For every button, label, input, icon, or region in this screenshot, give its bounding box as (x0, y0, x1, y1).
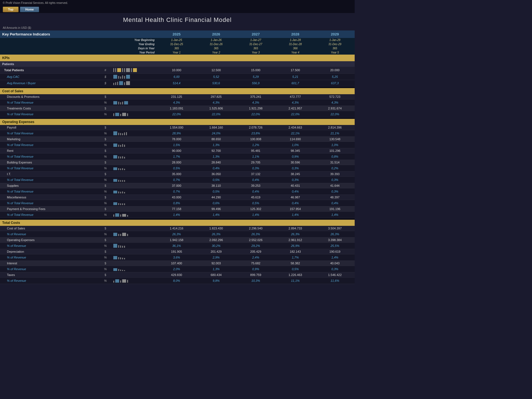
days-label: Days in Year (0, 46, 157, 50)
pfpct-2028: 1,4% (275, 212, 315, 218)
tp-2028: 17.500 (275, 67, 315, 74)
misc-row: Miscellaneous $ 43.000 44.290 45.619 46.… (0, 195, 355, 200)
treat-spark (110, 106, 157, 111)
tp-2027: 15.000 (236, 67, 275, 74)
days-2029: 365 (315, 46, 355, 50)
deppct-2027: 2,4% (236, 254, 275, 260)
ppct-2028: 22,1% (275, 130, 315, 137)
mkt-pct-unit: % (101, 142, 110, 148)
pay-pct-label: % of Total Revenue (0, 130, 101, 137)
treat-2027: 1.921.298 (236, 106, 275, 111)
spct-2026: 0,5% (196, 188, 236, 195)
yb-2028: 1-Jan-28 (275, 38, 315, 42)
year-2028: 2028 (275, 30, 315, 38)
pay-pct-unit: % (101, 130, 110, 137)
dep-unit: $ (101, 249, 110, 254)
period-2029: Year 5 (315, 50, 355, 55)
dep-label: Depreciation (0, 249, 101, 254)
it-pct-label: % of Total Revenue (0, 177, 101, 183)
pf-2026: 99.496 (196, 206, 236, 212)
treat-label: Treatments Costs (0, 106, 101, 111)
sup-pct-spark (110, 188, 157, 195)
mkt-label: Marketing (0, 137, 101, 142)
it-row: I.T. $ 35.000 36.050 37.132 38.245 39.39… (0, 172, 355, 177)
rent-2027: 95.481 (236, 148, 275, 154)
tax-unit: $ (101, 272, 110, 277)
supplies-pct-row: % of Total Revenue % 0,7% 0,5% 0,4% 0,4%… (0, 188, 355, 195)
disc-2027: 375.241 (236, 94, 275, 99)
sup-pct-unit: % (101, 188, 110, 195)
pay-pct-spark (110, 130, 157, 137)
oe-total-row: Operating Expenses $ 1.942.158 2.092.296… (0, 237, 355, 242)
int-2028: 58.382 (275, 260, 315, 266)
year-ending-row: Year Ending 31-Dec-25 31-Dec-26 31-Dec-2… (0, 42, 355, 46)
taxpct-2026: 9,8% (196, 277, 236, 284)
rpct-2028: 0,9% (275, 154, 315, 160)
discounts-spark (110, 94, 157, 99)
days-row: Days in Year 365 365 365 366 365 (0, 46, 355, 50)
oe-total-unit: $ (101, 237, 110, 242)
cospct-2029: 26,3% (315, 231, 355, 237)
payroll-unit: $ (101, 125, 110, 130)
arb-2029: 637,3 (315, 80, 355, 86)
rent-pct-unit: % (101, 154, 110, 160)
marketing-row: Marketing $ 78.000 88.650 100.808 114.69… (0, 137, 355, 142)
tax-pct-unit: % (101, 277, 110, 284)
cost-of-sales-total-label: Cost of Sales (0, 226, 101, 231)
sup-2025: 37.000 (157, 183, 196, 188)
year-2025: 2025 (157, 30, 196, 38)
spct-2025: 0,7% (157, 188, 196, 195)
bldg-2026: 28.840 (196, 160, 236, 165)
interest-row: Interest $ 107.400 92.003 75.682 58.382 … (0, 260, 355, 266)
treatments-pct-row: % of Total Revenue % 22,0% 22,0% 22,0% 2… (0, 111, 355, 117)
misc-spark (110, 195, 157, 200)
bldg-unit: $ (101, 160, 110, 165)
rent-2029: 101.296 (315, 148, 355, 154)
rpct-2025: 1,7% (157, 154, 196, 160)
int-pct-unit: % (101, 266, 110, 272)
rent-pct-spark (110, 154, 157, 160)
sup-2027: 39.253 (236, 183, 275, 188)
year-beginning-label: Year Beginning (0, 38, 157, 42)
building-pct-row: % of Total Revenue % 0,5% 0,4% 0,3% 0,3%… (0, 165, 355, 172)
dep-2029: 190.619 (315, 249, 355, 254)
miscpct-2027: 0,5% (236, 200, 275, 206)
rent-2028: 98.345 (275, 148, 315, 154)
cospct-2025: 26,3% (157, 231, 196, 237)
ye-2028: 31-Dec-28 (275, 42, 315, 46)
cos-total-spark (110, 226, 157, 231)
total-costs-label: Total Costs (0, 220, 355, 226)
tp-2025: 10.000 (157, 67, 196, 74)
home-button[interactable]: Home (20, 7, 39, 12)
cac-2029: 5,25 (315, 74, 355, 80)
pf-2029: 191.196 (315, 206, 355, 212)
ipct-2026: 0,5% (196, 177, 236, 183)
bldg-2029: 31.514 (315, 160, 355, 165)
pf-pct-unit: % (101, 212, 110, 218)
it-2027: 37.132 (236, 172, 275, 177)
arb-2028: 601,7 (275, 80, 315, 86)
payroll-label: Payroll (0, 125, 101, 130)
tax-2025: 429.830 (157, 272, 196, 277)
cospct-2027: 26,3% (236, 231, 275, 237)
avg-rev-unit: $ (101, 80, 110, 86)
currency-note: All Amounts in USD ($) (0, 26, 355, 30)
period-2028: Year 4 (275, 50, 315, 55)
it-2025: 35.000 (157, 172, 196, 177)
misc-2027: 45.619 (236, 195, 275, 200)
pay-fees-unit: $ (101, 206, 110, 212)
mkt-2026: 88.650 (196, 137, 236, 142)
ipct-2029: 0,3% (315, 177, 355, 183)
top-button[interactable]: Top (3, 7, 19, 12)
pay-2025: 1.554.000 (157, 125, 196, 130)
yb-2026: 1-Jan-26 (196, 38, 236, 42)
misc-2026: 44.290 (196, 195, 236, 200)
bldg-pct-label: % of Total Revenue (0, 165, 101, 172)
int-2027: 75.682 (236, 260, 275, 266)
rent-2025: 90.000 (157, 148, 196, 154)
pay-2027: 2.078.726 (236, 125, 275, 130)
copyright-text: © Profit Vision Financial Services. All … (3, 1, 68, 4)
days-2027: 365 (236, 46, 275, 50)
bldg-pct-unit: % (101, 165, 110, 172)
pay-2028: 2.434.663 (275, 125, 315, 130)
